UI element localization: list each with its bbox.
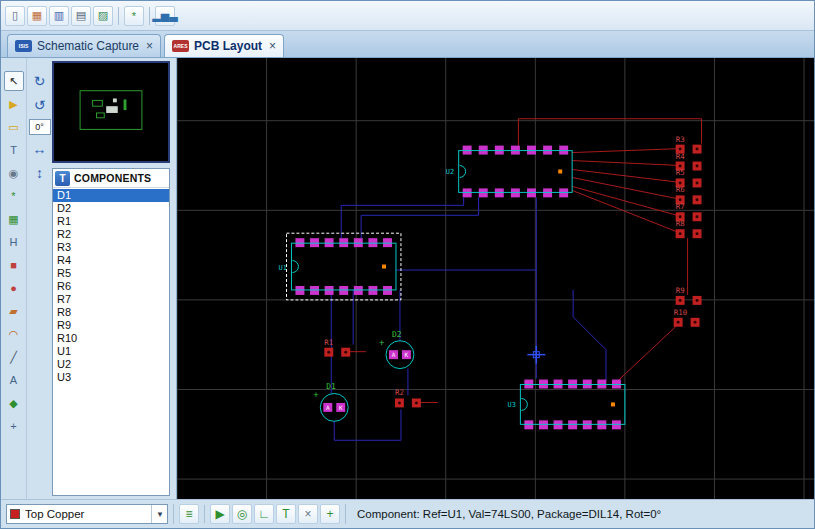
component-list-item-R2[interactable]: R2 bbox=[53, 228, 169, 241]
flip-vertical-icon[interactable]: ↕ bbox=[30, 163, 50, 183]
component-list-item-D1[interactable]: D1 bbox=[53, 189, 169, 202]
svg-text:R4: R4 bbox=[676, 152, 685, 161]
pcb-layout-button-icon[interactable]: ▂▅▃ bbox=[155, 6, 175, 26]
trace-mode-icon[interactable]: T bbox=[4, 140, 24, 160]
tab-close-icon[interactable]: × bbox=[146, 39, 153, 53]
rotate-anticlockwise-icon[interactable]: ↺ bbox=[30, 95, 50, 115]
via-place-icon[interactable]: ◎ bbox=[232, 504, 252, 524]
import-design-icon[interactable]: ▤ bbox=[71, 6, 91, 26]
component-list-item-D2[interactable]: D2 bbox=[53, 202, 169, 215]
svg-text:R7: R7 bbox=[676, 202, 685, 211]
export-graphics-icon[interactable]: ▨ bbox=[93, 6, 113, 26]
2d-circle-icon[interactable]: ● bbox=[4, 278, 24, 298]
pcb-traces[interactable] bbox=[331, 119, 701, 441]
component-list-item-R7[interactable]: R7 bbox=[53, 293, 169, 306]
svg-text:U1: U1 bbox=[279, 264, 287, 272]
pcb-drawing[interactable]: U2U1U3R3R4R5R6R7R8R9R10R1R2AK+D2AK+D1 bbox=[177, 58, 814, 499]
2d-marker-icon[interactable]: + bbox=[4, 416, 24, 436]
tab-close-icon[interactable]: × bbox=[269, 39, 276, 53]
2d-text-icon[interactable]: A bbox=[4, 370, 24, 390]
layer-pairs-icon[interactable]: ≡ bbox=[179, 504, 199, 524]
selection-mode-icon[interactable]: ↖ bbox=[4, 71, 24, 91]
zone-mode-icon[interactable]: ▦ bbox=[4, 209, 24, 229]
tee-route-icon[interactable]: T bbox=[276, 504, 296, 524]
pcb-component-D2[interactable]: AK+D2 bbox=[379, 330, 414, 369]
pcb-canvas[interactable]: U2U1U3R3R4R5R6R7R8R9R10R1R2AK+D2AK+D1 bbox=[176, 58, 814, 499]
tab-schematic-capture[interactable]: ISISSchematic Capture× bbox=[7, 34, 161, 57]
rotation-angle-field[interactable]: 0° bbox=[29, 119, 51, 135]
package-mode-icon[interactable]: ▭ bbox=[4, 117, 24, 137]
components-title: COMPONENTS bbox=[74, 172, 151, 184]
components-panel: T COMPONENTS D1D2R1R2R3R4R5R6R7R8R9R10U1… bbox=[52, 168, 170, 496]
tab-label: PCB Layout bbox=[194, 39, 262, 53]
object-selector-icon[interactable]: T bbox=[55, 171, 70, 186]
via-mode-icon[interactable]: ◉ bbox=[4, 163, 24, 183]
highlight-mode-icon[interactable]: H bbox=[4, 232, 24, 252]
pcb-component-U2[interactable]: U2 bbox=[446, 146, 572, 198]
svg-text:R10: R10 bbox=[674, 308, 687, 317]
main-area: ↖▶▭T◉*▦H■●▰◠╱A◆+ ↻↺0°↔↕ T COMPONENTS bbox=[1, 58, 814, 499]
pcb-component-D1[interactable]: AK+D1 bbox=[313, 382, 348, 421]
2d-symbol-icon[interactable]: ◆ bbox=[4, 393, 24, 413]
layer-selector-dropdown[interactable]: Top Copper ▼ bbox=[6, 504, 168, 524]
component-mode-icon[interactable]: ▶ bbox=[4, 94, 24, 114]
side-panel: ↻↺0°↔↕ T COMPONENTS D1D2R1R2R3R4R5R6R7R8… bbox=[27, 58, 176, 499]
ratsnest-mode-icon[interactable]: * bbox=[4, 186, 24, 206]
component-list-item-U2[interactable]: U2 bbox=[53, 358, 169, 371]
snap-grid-icon[interactable]: + bbox=[320, 504, 340, 524]
svg-text:R5: R5 bbox=[676, 168, 685, 177]
svg-text:A: A bbox=[392, 351, 396, 358]
dropdown-arrow-icon[interactable]: ▼ bbox=[151, 505, 164, 523]
orientation-toolbar: ↻↺0°↔↕ bbox=[28, 71, 51, 183]
component-list-item-R9[interactable]: R9 bbox=[53, 319, 169, 332]
2d-arc-icon[interactable]: ◠ bbox=[4, 324, 24, 344]
flip-horizontal-icon[interactable]: ↔ bbox=[30, 139, 50, 159]
top-toolbar: ▯▦▥▤▨*▂▅▃ bbox=[1, 1, 814, 31]
component-list-item-R6[interactable]: R6 bbox=[53, 280, 169, 293]
component-list-item-R1[interactable]: R1 bbox=[53, 215, 169, 228]
svg-text:+: + bbox=[379, 338, 384, 348]
pcb-component-U1[interactable]: U1 bbox=[279, 233, 401, 300]
component-list-item-R8[interactable]: R8 bbox=[53, 306, 169, 319]
pcb-component-R8[interactable]: R8 bbox=[676, 219, 702, 238]
pcb-component-R10[interactable]: R10 bbox=[674, 308, 700, 327]
save-design-icon[interactable]: ▥ bbox=[49, 6, 69, 26]
tab-pcb-layout[interactable]: ARESPCB Layout× bbox=[164, 34, 284, 57]
status-separator bbox=[173, 504, 174, 524]
pcb-component-crosshair[interactable] bbox=[527, 346, 545, 364]
redraw-icon[interactable]: ↻ bbox=[30, 71, 50, 91]
2d-box-icon[interactable]: ■ bbox=[4, 255, 24, 275]
cut-track-icon[interactable]: × bbox=[298, 504, 318, 524]
tab-app-icon: ARES bbox=[172, 40, 189, 52]
component-list-item-R10[interactable]: R10 bbox=[53, 332, 169, 345]
components-header: T COMPONENTS bbox=[53, 169, 169, 188]
component-list-item-R3[interactable]: R3 bbox=[53, 241, 169, 254]
svg-text:D2: D2 bbox=[392, 330, 402, 339]
component-list-item-U3[interactable]: U3 bbox=[53, 371, 169, 384]
component-list-item-R4[interactable]: R4 bbox=[53, 254, 169, 267]
open-design-icon[interactable]: ▦ bbox=[27, 6, 47, 26]
schematic-capture-button-icon[interactable]: * bbox=[124, 6, 144, 26]
pcb-component-U3[interactable]: U3 bbox=[507, 380, 624, 430]
svg-text:U2: U2 bbox=[446, 168, 454, 176]
corner-route-icon[interactable]: ∟ bbox=[254, 504, 274, 524]
component-list-item-R5[interactable]: R5 bbox=[53, 267, 169, 280]
pcb-component-R1[interactable]: R1 bbox=[324, 338, 350, 357]
new-design-icon[interactable]: ▯ bbox=[5, 6, 25, 26]
tab-label: Schematic Capture bbox=[37, 39, 139, 53]
overview-window[interactable] bbox=[52, 61, 170, 163]
svg-text:R3: R3 bbox=[676, 135, 685, 144]
application-window: ▯▦▥▤▨*▂▅▃ ISISSchematic Capture×ARESPCB … bbox=[0, 0, 815, 529]
pcb-component-R9[interactable]: R9 bbox=[676, 286, 702, 305]
toolbar-separator bbox=[149, 7, 150, 25]
auto-route-icon[interactable]: ▶ bbox=[210, 504, 230, 524]
svg-text:R1: R1 bbox=[324, 338, 333, 347]
layer-selector-value: Top Copper bbox=[25, 508, 146, 520]
svg-text:D1: D1 bbox=[326, 382, 336, 391]
2d-path-icon[interactable]: ▰ bbox=[4, 301, 24, 321]
2d-line-icon[interactable]: ╱ bbox=[4, 347, 24, 367]
components-list: D1D2R1R2R3R4R5R6R7R8R9R10U1U2U3 bbox=[53, 188, 169, 495]
svg-text:K: K bbox=[339, 404, 343, 411]
component-list-item-U1[interactable]: U1 bbox=[53, 345, 169, 358]
overview-preview bbox=[54, 63, 168, 161]
